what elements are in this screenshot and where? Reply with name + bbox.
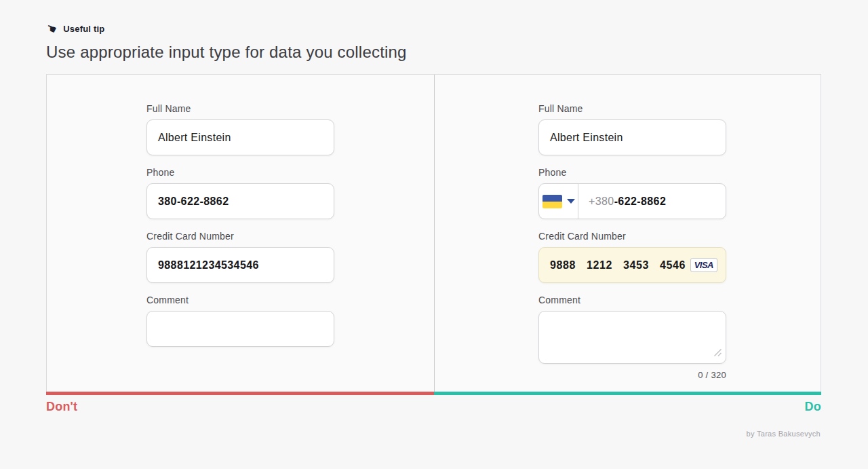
dont-verdict-label: Don't bbox=[46, 400, 77, 414]
card-group-4: 4546 bbox=[660, 259, 686, 271]
card-label: Credit Card Number bbox=[538, 229, 726, 243]
full-name-input[interactable]: Albert Einstein bbox=[538, 119, 726, 155]
card-group-1: 9888 bbox=[550, 259, 576, 271]
page-title: Use appropriate input type for data you … bbox=[46, 43, 407, 62]
phone-number: -622-8862 bbox=[614, 195, 667, 208]
comment-label: Comment bbox=[146, 293, 334, 307]
card-group-2: 1212 bbox=[587, 259, 612, 271]
resize-handle-icon[interactable] bbox=[713, 348, 722, 360]
do-form: Full Name Albert Einstein Phone +380-622… bbox=[538, 102, 726, 390]
phone-label: Phone bbox=[538, 166, 726, 179]
page-header: ☚ Useful tip Use appropriate input type … bbox=[46, 23, 407, 62]
dont-comment-field: Comment bbox=[146, 293, 334, 347]
phone-country-code: +380 bbox=[589, 195, 614, 208]
card-input[interactable]: 9888121234534546 bbox=[146, 247, 334, 283]
pointing-hand-icon: ☚ bbox=[44, 22, 58, 36]
full-name-value: Albert Einstein bbox=[550, 132, 623, 144]
do-verdict-label: Do bbox=[805, 400, 821, 414]
comment-textarea[interactable] bbox=[538, 311, 726, 364]
dont-card-field: Credit Card Number 9888121234534546 bbox=[146, 229, 334, 283]
chevron-down-icon bbox=[567, 199, 575, 204]
do-accent-bar bbox=[434, 392, 821, 395]
do-phone-field: Phone +380-622-8862 bbox=[538, 166, 726, 219]
do-full-name-field: Full Name Albert Einstein bbox=[538, 102, 726, 155]
comment-label: Comment bbox=[538, 293, 726, 307]
full-name-input[interactable]: Albert Einstein bbox=[146, 119, 334, 155]
comment-input[interactable] bbox=[146, 311, 334, 347]
card-input[interactable]: 9888 1212 3453 4546 VISA bbox=[538, 247, 726, 283]
dont-form: Full Name Albert Einstein Phone 380-622-… bbox=[146, 102, 334, 357]
dont-accent-bar bbox=[46, 392, 434, 395]
dont-full-name-field: Full Name Albert Einstein bbox=[146, 102, 334, 155]
card-number-groups: 9888 1212 3453 4546 bbox=[550, 259, 686, 271]
eyebrow: ☚ Useful tip bbox=[46, 23, 407, 35]
full-name-label: Full Name bbox=[146, 102, 334, 115]
full-name-value: Albert Einstein bbox=[158, 132, 231, 144]
eyebrow-label: Useful tip bbox=[63, 24, 104, 34]
char-counter: 0 / 320 bbox=[538, 370, 726, 380]
card-group-3: 3453 bbox=[623, 259, 649, 271]
dont-phone-field: Phone 380-622-8862 bbox=[146, 166, 334, 219]
phone-value: 380-622-8862 bbox=[158, 195, 229, 208]
card-label: Credit Card Number bbox=[146, 229, 334, 243]
card-value: 9888121234534546 bbox=[158, 259, 259, 271]
full-name-label: Full Name bbox=[538, 102, 726, 115]
do-card-field: Credit Card Number 9888 1212 3453 4546 V… bbox=[538, 229, 726, 283]
visa-badge-icon: VISA bbox=[690, 258, 717, 272]
country-selector[interactable] bbox=[539, 184, 578, 219]
phone-input[interactable]: +380-622-8862 bbox=[538, 183, 726, 219]
ukraine-flag-icon bbox=[542, 195, 562, 208]
author-byline: by Taras Bakusevych bbox=[747, 430, 821, 438]
phone-input[interactable]: 380-622-8862 bbox=[146, 183, 334, 219]
phone-value: +380-622-8862 bbox=[578, 195, 666, 208]
phone-label: Phone bbox=[146, 166, 334, 179]
do-comment-field: Comment 0 / 320 bbox=[538, 293, 726, 380]
